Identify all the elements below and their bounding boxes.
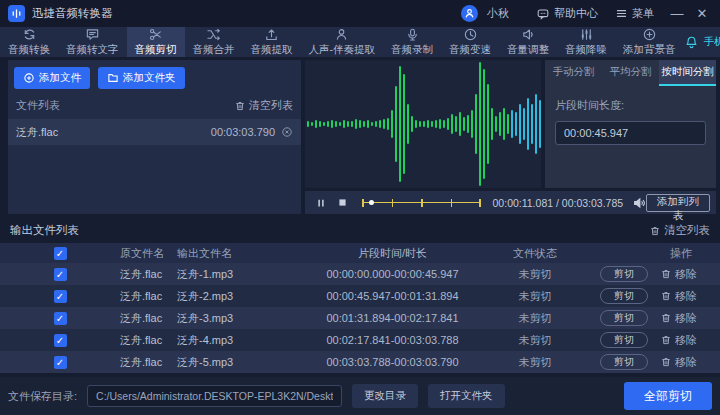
row-cut-button[interactable]: 剪切	[600, 288, 648, 304]
file-list-item[interactable]: 泛舟.flac00:03:03.790	[8, 119, 301, 145]
waveform-bar-cyan	[515, 112, 517, 136]
row-cut-button[interactable]: 剪切	[600, 332, 648, 348]
menu-button[interactable]: 菜单	[615, 6, 654, 21]
row-status: 未剪切	[480, 289, 590, 304]
waveform-bar-green	[387, 118, 389, 130]
tab-audio-extract[interactable]: 音频提取	[243, 27, 301, 57]
output-table-body: ✓泛舟.flac泛舟-1.mp300:00:00.000-00:00:45.94…	[0, 263, 720, 373]
waveform-bar-cyan	[511, 110, 513, 138]
playhead-handle[interactable]	[369, 200, 374, 205]
row-cut-button[interactable]: 剪切	[600, 354, 648, 370]
output-title-row: 输出文件列表 清空列表	[0, 215, 720, 243]
row-cut-button[interactable]: 剪切	[600, 266, 648, 282]
waveform-bar-green	[311, 122, 313, 126]
ringtone-tool-link[interactable]: 手机铃声制作小工具	[684, 27, 720, 57]
username-label: 小秋	[487, 6, 509, 21]
row-remove-label: 移除	[675, 311, 697, 326]
row-checkbox[interactable]: ✓	[54, 334, 67, 347]
tab-label: 添加背景音	[623, 43, 676, 57]
tab-audio-merge[interactable]: 音频合并	[185, 27, 243, 57]
waveform-bar-green	[423, 121, 425, 127]
titlebar: 迅捷音频转换器 小秋 帮助中心 菜单 — ✕	[0, 0, 720, 27]
tab-label: 音频降噪	[565, 43, 607, 57]
row-remove-button[interactable]: 移除	[660, 333, 697, 348]
split-tab-manual-split[interactable]: 手动分割	[545, 60, 602, 86]
waveform-bar-green	[435, 120, 437, 128]
tab-audio-denoise[interactable]: 音频降噪	[557, 27, 615, 57]
row-cut-button[interactable]: 剪切	[600, 310, 648, 326]
row-source-name: 泛舟.flac	[90, 333, 175, 348]
timeline-tick	[451, 199, 453, 207]
file-list-label-row: 文件列表 清空列表	[8, 89, 301, 119]
denoise-icon	[579, 27, 594, 42]
waveform-bar-cyan	[531, 104, 533, 144]
waveform-bar-green	[507, 114, 509, 134]
segment-duration-input[interactable]	[555, 121, 706, 145]
clear-output-list-button[interactable]: 清空列表	[649, 223, 710, 238]
vocal-icon	[334, 27, 349, 42]
remove-file-icon[interactable]	[281, 126, 293, 138]
row-remove-label: 移除	[675, 333, 697, 348]
row-remove-button[interactable]: 移除	[660, 355, 697, 370]
username[interactable]: 小秋	[487, 6, 509, 21]
save-dir-input[interactable]	[87, 385, 342, 407]
row-output-name: 泛舟-1.mp3	[175, 267, 305, 282]
tab-label: 音频转换	[8, 43, 50, 57]
add-file-button[interactable]: 添加文件	[14, 67, 90, 89]
tab-audio-convert[interactable]: 音频转换	[0, 27, 58, 57]
add-to-list-button[interactable]: 添加到列表	[646, 194, 710, 212]
segment-duration-label: 片段时间长度:	[555, 98, 706, 113]
close-button[interactable]: ✕	[694, 6, 710, 21]
row-remove-button[interactable]: 移除	[660, 267, 697, 282]
split-tab-time-split[interactable]: 按时间分割	[659, 60, 716, 86]
waveform-bar-green	[399, 66, 401, 182]
row-checkbox[interactable]: ✓	[54, 356, 67, 369]
stop-button[interactable]	[337, 197, 348, 208]
tab-audio-cut[interactable]: 音频剪切	[127, 27, 185, 57]
row-checkbox[interactable]: ✓	[54, 290, 67, 303]
col-header-status: 文件状态	[480, 246, 590, 261]
clear-file-list-button[interactable]: 清空列表	[234, 98, 293, 113]
split-tab-average-split[interactable]: 平均分割	[602, 60, 659, 86]
output-section: 输出文件列表 清空列表 ✓ 原文件名 输出文件名 片段时间/时长 文件状态 操作…	[0, 215, 720, 373]
waveform-bar-green	[411, 116, 413, 132]
change-dir-button[interactable]: 更改目录	[352, 384, 418, 408]
avatar[interactable]	[461, 5, 478, 22]
playback-timeline[interactable]	[362, 197, 481, 209]
trash-icon	[649, 225, 661, 237]
help-center-button[interactable]: 帮助中心	[536, 6, 598, 21]
row-checkbox[interactable]: ✓	[54, 268, 67, 281]
tab-audio-to-text[interactable]: 音频转文字	[58, 27, 127, 57]
row-remove-button[interactable]: 移除	[660, 289, 697, 304]
player-bar: 00:00:11.081 / 00:03:03.785 添加到列表	[305, 191, 716, 214]
waveform-bar-green	[395, 86, 397, 162]
waveform-bar-green	[499, 112, 501, 136]
tab-add-bg-music[interactable]: 添加背景音	[615, 27, 684, 57]
cut-all-button[interactable]: 全部剪切	[624, 382, 712, 410]
waveform-display[interactable]	[305, 60, 541, 188]
row-remove-button[interactable]: 移除	[660, 311, 697, 326]
speaker-icon[interactable]	[632, 196, 646, 210]
row-checkbox-cell: ✓	[0, 334, 90, 347]
tab-label: 音频合并	[193, 43, 235, 57]
select-all-checkbox[interactable]: ✓	[54, 247, 67, 260]
row-remove-label: 移除	[675, 289, 697, 304]
row-ops-cell: 剪切移除	[590, 332, 720, 348]
minimize-button[interactable]: —	[669, 6, 685, 21]
tab-audio-speed[interactable]: 音频变速	[441, 27, 499, 57]
waveform-bar-green	[343, 120, 345, 128]
pause-button[interactable]	[315, 197, 327, 209]
tab-volume-adjust[interactable]: 音量调整	[499, 27, 557, 57]
row-status: 未剪切	[480, 311, 590, 326]
waveform-bar-green	[339, 122, 341, 126]
row-checkbox[interactable]: ✓	[54, 312, 67, 325]
row-checkbox-cell: ✓	[0, 312, 90, 325]
merge-icon	[206, 27, 221, 42]
app-logo-icon	[8, 5, 25, 22]
add-folder-button[interactable]: 添加文件夹	[98, 67, 185, 89]
open-folder-button[interactable]: 打开文件夹	[428, 384, 505, 408]
timeline-tick	[362, 199, 364, 207]
tab-audio-record[interactable]: 音频录制	[383, 27, 441, 57]
tab-vocal-extract[interactable]: 人声-伴奏提取	[301, 27, 384, 57]
waveform-bar-green	[487, 84, 489, 164]
